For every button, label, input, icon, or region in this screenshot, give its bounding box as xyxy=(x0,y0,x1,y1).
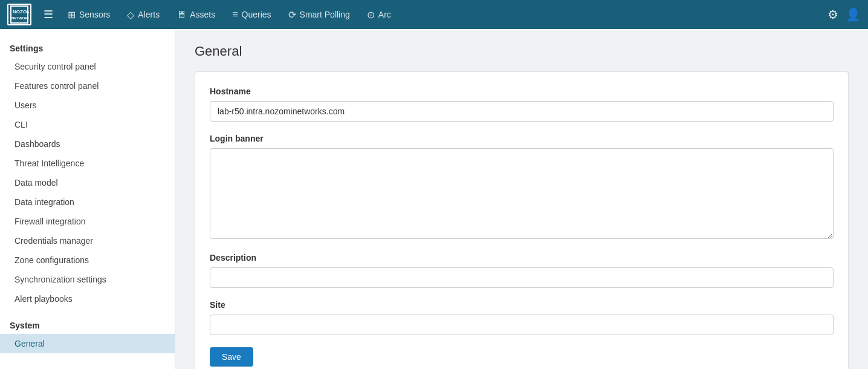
sidebar-item-threat-intelligence[interactable]: Threat Intelligence xyxy=(0,154,175,173)
sidebar: Settings Security control panel Features… xyxy=(0,29,175,369)
menu-icon[interactable]: ☰ xyxy=(39,8,58,21)
hostname-input[interactable] xyxy=(210,101,834,122)
settings-icon[interactable]: ⚙ xyxy=(828,7,838,22)
sidebar-item-credentials-manager[interactable]: Credentials manager xyxy=(0,231,175,250)
nav-item-queries-label: Queries xyxy=(242,10,271,19)
site-group: Site xyxy=(210,300,834,335)
nav-item-arc-label: Arc xyxy=(378,10,391,19)
page-title: General xyxy=(195,44,849,59)
sidebar-item-security-control-panel[interactable]: Security control panel xyxy=(0,57,175,76)
description-label: Description xyxy=(210,253,834,263)
nav-item-smart-polling[interactable]: ⟳ Smart Polling xyxy=(281,5,357,24)
sidebar-item-zone-configurations[interactable]: Zone configurations xyxy=(0,250,175,270)
top-navigation: NOZOMI NETWORKS ☰ ⊞ Sensors ◇ Alerts 🖥 A… xyxy=(0,0,868,29)
description-group: Description xyxy=(210,253,834,288)
user-icon[interactable]: 👤 xyxy=(846,7,861,22)
sidebar-item-general[interactable]: General xyxy=(0,334,175,353)
site-label: Site xyxy=(210,300,834,310)
sidebar-item-synchronization-settings[interactable]: Synchronization settings xyxy=(0,270,175,289)
smart-polling-icon: ⟳ xyxy=(288,9,296,21)
assets-icon: 🖥 xyxy=(177,9,186,20)
queries-icon: ≡ xyxy=(232,9,238,20)
alerts-icon: ◇ xyxy=(127,9,134,21)
svg-text:NOZOMI: NOZOMI xyxy=(13,9,29,15)
svg-text:NETWORKS: NETWORKS xyxy=(11,16,29,20)
nav-item-smart-polling-label: Smart Polling xyxy=(300,10,350,19)
nav-item-sensors-label: Sensors xyxy=(79,10,110,19)
sidebar-item-users[interactable]: Users xyxy=(0,96,175,115)
settings-section-title: Settings xyxy=(0,39,175,57)
nav-item-assets[interactable]: 🖥 Assets xyxy=(169,5,222,24)
sidebar-item-cli[interactable]: CLI xyxy=(0,115,175,134)
login-banner-textarea[interactable] xyxy=(210,148,834,239)
nav-item-arc[interactable]: ⊙ Arc xyxy=(360,5,398,24)
sidebar-item-features-control-panel[interactable]: Features control panel xyxy=(0,76,175,96)
general-form-card: Hostname Login banner Description Site S… xyxy=(195,71,849,369)
sidebar-item-dashboards[interactable]: Dashboards xyxy=(0,134,175,154)
sidebar-item-alert-playbooks[interactable]: Alert playbooks xyxy=(0,289,175,309)
description-input[interactable] xyxy=(210,267,834,288)
main-layout: Settings Security control panel Features… xyxy=(0,29,868,369)
logo[interactable]: NOZOMI NETWORKS xyxy=(7,4,31,25)
arc-icon: ⊙ xyxy=(367,9,375,21)
sensors-icon: ⊞ xyxy=(68,9,76,21)
nav-items: ⊞ Sensors ◇ Alerts 🖥 Assets ≡ Queries ⟳ … xyxy=(60,5,825,24)
login-banner-group: Login banner xyxy=(210,134,834,241)
site-input[interactable] xyxy=(210,315,834,335)
main-content: General Hostname Login banner Descriptio… xyxy=(175,29,868,369)
hostname-group: Hostname xyxy=(210,87,834,122)
sidebar-item-firewall-integration[interactable]: Firewall integration xyxy=(0,212,175,231)
sidebar-item-data-model[interactable]: Data model xyxy=(0,173,175,192)
hostname-label: Hostname xyxy=(210,87,834,96)
system-section-title: System xyxy=(0,316,175,334)
logo-icon: NOZOMI NETWORKS xyxy=(7,4,31,25)
sidebar-item-data-integration[interactable]: Data integration xyxy=(0,192,175,212)
nav-item-sensors[interactable]: ⊞ Sensors xyxy=(60,5,117,24)
nav-item-alerts-label: Alerts xyxy=(138,10,160,19)
login-banner-label: Login banner xyxy=(210,134,834,143)
save-button[interactable]: Save xyxy=(210,347,253,367)
nav-item-assets-label: Assets xyxy=(190,10,215,19)
nav-item-alerts[interactable]: ◇ Alerts xyxy=(120,5,167,24)
nav-item-queries[interactable]: ≡ Queries xyxy=(225,5,278,24)
nav-right: ⚙ 👤 xyxy=(828,7,861,22)
